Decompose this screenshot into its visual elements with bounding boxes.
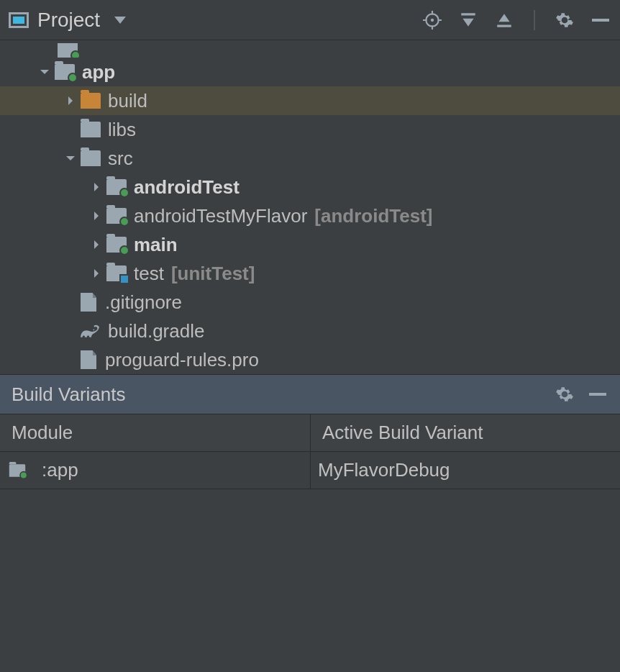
- build-variants-row[interactable]: :app MyFlavorDebug: [0, 452, 620, 489]
- gradle-icon: [81, 324, 101, 338]
- minimize-icon[interactable]: [590, 9, 611, 31]
- tree-row-gitignore[interactable]: .gitignore: [0, 288, 620, 317]
- tree-row-build[interactable]: build: [0, 86, 620, 115]
- folder-icon: [81, 150, 101, 166]
- module-name: :app: [42, 459, 78, 481]
- module-folder-icon: [58, 43, 78, 58]
- project-view-dropdown-icon[interactable]: [114, 17, 126, 24]
- tree-label: build: [108, 90, 147, 112]
- tree-label: androidTest: [134, 176, 240, 199]
- project-tree[interactable]: app build libs src androidTest androidTe…: [0, 40, 620, 374]
- minimize-icon[interactable]: [587, 383, 608, 405]
- tree-row-androidtest[interactable]: androidTest: [0, 173, 620, 201]
- project-panel-header: Project: [0, 0, 620, 40]
- chevron-right-icon[interactable]: [60, 95, 81, 106]
- build-variants-title: Build Variants: [12, 383, 554, 406]
- tree-label: androidTestMyFlavor: [134, 205, 307, 227]
- tree-label: build.gradle: [108, 320, 204, 342]
- chevron-down-icon[interactable]: [35, 66, 55, 78]
- collapse-all-icon[interactable]: [493, 9, 515, 31]
- tree-row-cutoff[interactable]: [0, 43, 620, 58]
- tree-row-test[interactable]: test [unitTest]: [0, 259, 620, 288]
- tree-row-androidtestmyflavor[interactable]: androidTestMyFlavor [androidTest]: [0, 201, 620, 230]
- tree-row-libs[interactable]: libs: [0, 115, 620, 144]
- build-folder-icon: [81, 93, 101, 109]
- gear-icon[interactable]: [554, 383, 575, 405]
- build-variants-header: Build Variants: [0, 374, 620, 414]
- project-view-icon: [9, 12, 29, 28]
- tree-label-suffix: [unitTest]: [171, 263, 255, 285]
- tree-row-main[interactable]: main: [0, 230, 620, 259]
- build-variants-columns: Module Active Build Variant: [0, 414, 620, 452]
- build-variants-empty-area: [0, 489, 620, 672]
- locate-icon[interactable]: [421, 9, 443, 31]
- svg-rect-2: [461, 13, 475, 15]
- folder-icon: [81, 122, 101, 137]
- file-icon: [81, 293, 96, 312]
- svg-rect-3: [497, 24, 511, 27]
- tree-label: proguard-rules.pro: [105, 349, 259, 371]
- tree-row-src[interactable]: src: [0, 144, 620, 173]
- source-folder-icon: [106, 208, 127, 224]
- tree-label: app: [82, 61, 115, 83]
- source-folder-icon: [106, 237, 127, 253]
- column-header-module[interactable]: Module: [0, 414, 311, 451]
- tree-row-proguard[interactable]: proguard-rules.pro: [0, 345, 620, 374]
- tree-label: src: [108, 147, 133, 170]
- svg-point-1: [431, 18, 434, 21]
- tree-label: .gitignore: [105, 291, 182, 314]
- tree-label: libs: [108, 119, 136, 141]
- chevron-down-icon[interactable]: [60, 153, 81, 164]
- gear-icon[interactable]: [554, 9, 575, 31]
- tree-label: test: [134, 263, 164, 285]
- file-icon: [81, 350, 96, 369]
- chevron-right-icon[interactable]: [86, 181, 106, 193]
- tree-row-buildgradle[interactable]: build.gradle: [0, 317, 620, 345]
- tree-label: main: [134, 234, 178, 256]
- separator: [534, 10, 535, 30]
- test-folder-icon: [106, 265, 127, 281]
- expand-all-icon[interactable]: [457, 9, 479, 31]
- chevron-right-icon[interactable]: [86, 239, 106, 250]
- chevron-right-icon[interactable]: [86, 210, 106, 222]
- module-folder-icon: [55, 64, 75, 80]
- chevron-right-icon[interactable]: [86, 268, 106, 279]
- column-header-variant[interactable]: Active Build Variant: [311, 414, 620, 451]
- module-folder-icon: [9, 464, 25, 477]
- tree-row-app[interactable]: app: [0, 58, 620, 86]
- tree-label-suffix: [androidTest]: [314, 205, 432, 227]
- source-folder-icon: [106, 179, 127, 195]
- variant-value[interactable]: MyFlavorDebug: [318, 459, 450, 481]
- project-view-title[interactable]: Project: [37, 9, 100, 32]
